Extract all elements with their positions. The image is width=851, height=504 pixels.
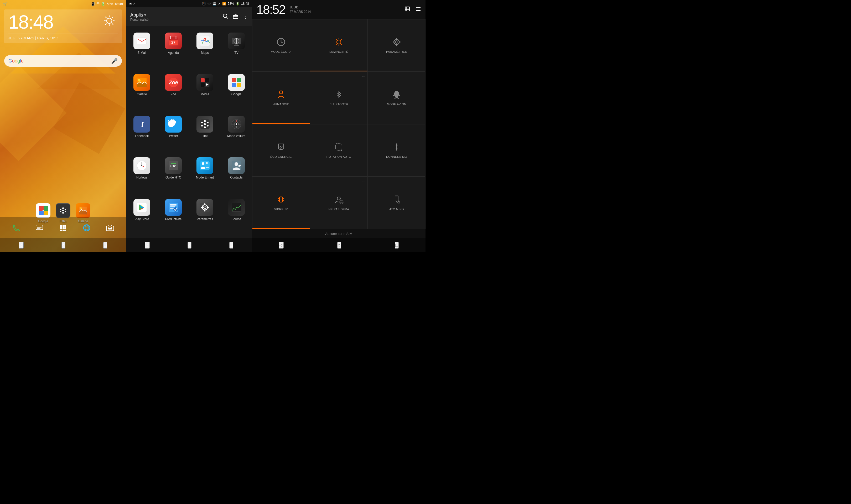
svg-rect-75 [232,78,236,82]
app-maps[interactable]: Maps [189,28,220,70]
svg-rect-122 [205,203,206,205]
qs-nav-home[interactable]: ○ [337,242,341,249]
enfant-label: Mode Enfant [196,176,214,179]
dock-camera[interactable] [106,224,114,232]
playstore-icon [134,199,150,216]
eco-energie-more-icon[interactable]: ··· [304,127,307,131]
qs-edit-icon[interactable] [405,6,410,13]
avion-icon [392,90,401,101]
qs-tile-humanoid[interactable]: Humanoid ··· [252,72,310,124]
qs-tile-parametres[interactable]: PARAMÈTRES [368,19,425,72]
ne-pas-deranger-more-icon[interactable]: ··· [362,179,365,183]
qs-tile-rotation[interactable]: ROTATION AUTO [310,124,368,177]
drawer-nav-back[interactable]: ◁ [145,242,150,249]
app-media[interactable]: Média [189,70,220,111]
drawer-status-bar: ✉ ✓ 📳 💾 ✕ 📶 58% 🔋 18:48 [126,0,252,7]
dock-phone[interactable] [12,224,20,232]
qs-tile-bluetooth[interactable]: BLUETOOTH ··· [310,72,368,124]
donnees-more-icon[interactable]: ··· [420,127,423,131]
eco-label: MODE ÉCO D' [271,50,291,53]
google-icon [228,74,245,91]
drawer-status-right: 📳 💾 ✕ 📶 58% 🔋 18:48 [202,2,249,5]
svg-point-102 [141,165,142,166]
svg-rect-36 [65,230,66,231]
app-productivite[interactable]: Productivité [158,195,189,236]
qs-tile-ne-pas-deranger[interactable]: NE PAS DÉRA ··· [310,176,368,229]
drawer-nav-home[interactable]: ○ [188,242,192,249]
dock-messages[interactable] [35,224,43,232]
app-galerie[interactable]: Galerie [126,70,158,111]
qs-tile-donnees[interactable]: DONNÉES MO ··· [368,124,425,177]
svg-rect-29 [63,225,65,227]
battery-icon: 🔋 [101,2,105,6]
contacts-icon [228,157,245,174]
nav-recents-button[interactable]: □ [103,242,107,249]
appdrawer-panel: ✉ ✓ 📳 💾 ✕ 📶 58% 🔋 18:48 Applis ▾ Personn… [126,0,252,252]
svg-point-90 [207,125,209,127]
svg-rect-33 [65,227,66,230]
svg-point-45 [223,14,227,18]
qs-nav-recents[interactable]: □ [395,242,399,249]
luminosite-more-icon[interactable]: ··· [362,21,365,26]
app-zoe[interactable]: Zoe Zoe [158,70,189,111]
drawer-title[interactable]: Applis ▾ [130,12,220,18]
email-label: E-Mail [137,51,146,55]
qs-tile-vibreur[interactable]: VIBREUR [252,176,310,229]
svg-rect-70 [201,78,205,82]
app-twitter[interactable]: Twitter [158,111,189,153]
svg-point-16 [62,212,64,214]
more-options-icon[interactable]: ⋮ [243,13,248,20]
drawer-nav-recents[interactable]: □ [229,242,233,249]
humanoid-more-icon[interactable]: ··· [304,74,307,78]
qs-tile-luminosite[interactable]: LUMINOSITÉ ··· [310,19,368,72]
app-horloge[interactable]: Horloge [126,153,158,195]
app-google[interactable]: Google [220,70,252,111]
app-playstore[interactable]: Play Store [126,195,158,236]
app-tv[interactable]: TV [220,28,252,70]
humanoid-icon [276,90,286,101]
productivite-icon [165,199,182,216]
app-voiture[interactable]: Mode voiture [220,111,252,153]
qs-no-sim: Aucune carte SIM [252,229,425,238]
svg-rect-22 [79,211,87,214]
eco-energie-label: ÉCO ÉNERGIE [270,155,292,158]
app-fitbit[interactable]: Fitbit [189,111,220,153]
app-parametres[interactable]: Paramètres [189,195,220,236]
status-right-info: 📳 🔋 58% 18:48 [91,2,123,6]
qs-tile-avion[interactable]: MODE AVION [368,72,425,124]
mic-icon[interactable]: 🎤 [111,58,118,64]
app-bourse[interactable]: Bourse [220,195,252,236]
svg-point-66 [138,79,141,82]
ne-pas-deranger-label: NE PAS DÉRA [329,208,349,211]
qs-tile-htc-mini[interactable]: HTC MINI+ [368,176,425,229]
drawer-check-icon: ✓ [133,2,136,5]
search-icon[interactable] [223,13,229,20]
app-enfant[interactable]: Mode Enfant [189,153,220,195]
app-contacts[interactable]: Contacts [220,153,252,195]
nav-back-button[interactable]: ◁ [19,242,24,249]
app-email[interactable]: E-Mail [126,28,158,70]
app-facebook[interactable]: f Facebook [126,111,158,153]
svg-rect-34 [60,230,62,231]
lockscreen-search[interactable]: Google 🎤 [4,55,122,67]
qs-menu-icon[interactable] [415,6,421,13]
tv-icon [228,33,245,49]
svg-rect-32 [63,227,65,230]
qs-nav-back[interactable]: ◁ [279,242,284,249]
nav-home-button[interactable]: ○ [61,242,66,249]
app-htc[interactable]: HTC Guide HTC [158,153,189,195]
facebook-label: Facebook [135,134,149,138]
dock-browser[interactable] [83,224,91,232]
app-agenda[interactable]: 27 Agenda [158,28,189,70]
store-icon[interactable] [233,13,238,20]
eco-more-icon[interactable]: ··· [304,21,307,26]
bluetooth-more-icon[interactable]: ··· [362,74,365,78]
battery-percent: 58% [106,2,113,6]
qs-tile-eco[interactable]: MODE ÉCO D' ··· [252,19,310,72]
svg-rect-12 [43,211,48,215]
qs-tile-eco-energie[interactable]: ÉCO ÉNERGIE ··· [252,124,310,177]
parametres-icon [196,199,213,216]
dock-apps-grid[interactable] [59,224,67,232]
wifi-icon [96,2,100,6]
donnees-icon [392,142,401,154]
